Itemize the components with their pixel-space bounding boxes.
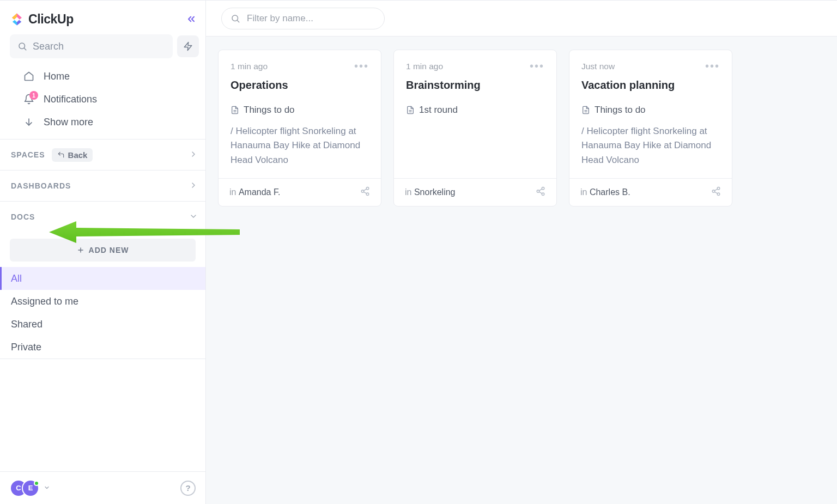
svg-marker-2	[184, 42, 192, 51]
card-menu-button[interactable]: •••	[705, 60, 720, 72]
card-subtitle: 1st round	[419, 105, 458, 116]
sidebar: ClickUp Search	[0, 1, 206, 504]
share-icon	[360, 186, 370, 196]
card-subtitle-row: 1st round	[406, 105, 544, 116]
doc-card[interactable]: 1 min ago ••• Brainstorming 1st round in…	[393, 50, 557, 207]
svg-line-14	[363, 192, 366, 193]
docs-filter-assigned-label: Assigned to me	[11, 296, 78, 307]
card-in-prefix: in	[229, 187, 236, 197]
notification-badge: 1	[29, 91, 38, 100]
share-button[interactable]	[536, 186, 545, 198]
return-icon	[57, 151, 65, 159]
sidebar-top: ClickUp Search	[0, 1, 205, 139]
filter-input[interactable]: Filter by name...	[221, 8, 385, 29]
docs-filter-all-label: All	[11, 273, 22, 284]
card-title: Operations	[231, 79, 369, 92]
document-icon	[231, 105, 239, 115]
search-row: Search	[10, 34, 202, 58]
filter-placeholder: Filter by name...	[247, 13, 313, 24]
nav-notifications-label: Notifications	[44, 94, 97, 105]
card-menu-button[interactable]: •••	[354, 60, 369, 72]
search-input[interactable]: Search	[10, 34, 173, 58]
help-button[interactable]: ?	[180, 481, 196, 496]
nav-show-more-label: Show more	[44, 117, 93, 128]
section-header-spaces[interactable]: SPACES Back	[0, 139, 205, 170]
spaces-back-chip[interactable]: Back	[52, 148, 93, 162]
card-footer: in Amanda F.	[219, 178, 381, 206]
svg-point-0	[19, 43, 25, 49]
nav-notifications[interactable]: 1 Notifications	[20, 88, 199, 111]
docs-filter-assigned[interactable]: Assigned to me	[0, 290, 205, 313]
sidebar-spacer	[0, 359, 205, 471]
chevron-right-icon	[189, 181, 198, 191]
app-root: ClickUp Search	[0, 0, 837, 504]
card-subtitle: Things to do	[244, 105, 295, 116]
section-dashboards: DASHBOARDS	[0, 170, 205, 201]
docs-add-new-button[interactable]: ADD NEW	[10, 239, 196, 262]
main: Filter by name... 1 min ago ••• Operatio…	[206, 1, 837, 504]
share-icon	[536, 186, 545, 196]
collapse-sidebar-button[interactable]	[184, 11, 199, 27]
doc-card[interactable]: Just now ••• Vacation planning Things to…	[569, 50, 732, 207]
nav-home[interactable]: Home	[20, 65, 199, 88]
share-button[interactable]	[360, 186, 370, 198]
section-spaces-label: SPACES	[11, 150, 45, 159]
card-footer: in Charles B.	[569, 178, 732, 206]
section-spaces: SPACES Back	[0, 139, 205, 170]
search-icon	[231, 14, 240, 23]
card-preview: / Helicopter flight Snorkeling at Hanaum…	[231, 124, 369, 167]
chevron-down-icon	[189, 212, 198, 222]
docs-add-new-label: ADD NEW	[89, 246, 129, 254]
section-dashboards-label: DASHBOARDS	[11, 181, 71, 190]
filter-bar: Filter by name...	[206, 1, 837, 37]
doc-cards: 1 min ago ••• Operations Things to do / …	[218, 50, 825, 207]
docs-filter-shared-label: Shared	[11, 319, 43, 330]
brand[interactable]: ClickUp	[10, 12, 74, 27]
doc-card[interactable]: 1 min ago ••• Operations Things to do / …	[218, 50, 381, 207]
avatar-group[interactable]: C E	[10, 479, 50, 497]
lightning-icon	[183, 41, 193, 51]
bell-icon: 1	[23, 93, 35, 105]
card-time: 1 min ago	[231, 62, 268, 71]
docs-filter-private[interactable]: Private	[0, 336, 205, 359]
docs-filter-all[interactable]: All	[0, 267, 205, 290]
share-icon	[711, 186, 721, 196]
chevron-double-left-icon	[186, 14, 197, 25]
card-subtitle-row: Things to do	[231, 105, 369, 116]
section-docs-label: DOCS	[11, 212, 35, 221]
svg-point-7	[232, 15, 238, 21]
card-location: Charles B.	[590, 187, 630, 197]
section-header-dashboards[interactable]: DASHBOARDS	[0, 171, 205, 201]
search-placeholder: Search	[33, 41, 64, 52]
svg-line-28	[714, 192, 717, 193]
home-icon	[23, 70, 35, 82]
svg-line-22	[539, 189, 542, 191]
content-area: 1 min ago ••• Operations Things to do / …	[206, 37, 837, 504]
plus-icon	[77, 246, 84, 254]
share-button[interactable]	[711, 186, 721, 198]
nav-show-more[interactable]: Show more	[20, 111, 199, 133]
docs-filter-shared[interactable]: Shared	[0, 313, 205, 336]
docs-filter-private-label: Private	[11, 342, 41, 353]
section-header-docs[interactable]: DOCS	[0, 202, 205, 232]
clickup-logo-icon	[10, 12, 24, 26]
svg-line-29	[714, 189, 717, 191]
card-location: Snorkeling	[414, 187, 456, 197]
card-menu-button[interactable]: •••	[530, 60, 544, 72]
card-subtitle-row: Things to do	[581, 105, 720, 116]
card-subtitle: Things to do	[595, 105, 646, 116]
document-icon	[581, 105, 590, 115]
card-location: Amanda F.	[239, 187, 280, 197]
quick-action-button[interactable]	[177, 35, 199, 57]
chevron-down-icon	[44, 483, 50, 493]
sidebar-bottom: C E ?	[0, 471, 205, 504]
card-title: Brainstorming	[406, 79, 544, 92]
section-docs: DOCS ADD NEW All Assigned to me Shared P…	[0, 201, 205, 359]
search-icon	[17, 41, 27, 51]
presence-indicator	[34, 481, 39, 486]
svg-line-1	[24, 48, 26, 50]
card-time: Just now	[581, 62, 615, 71]
svg-line-21	[539, 192, 542, 193]
document-icon	[406, 105, 415, 115]
card-title: Vacation planning	[581, 79, 720, 92]
